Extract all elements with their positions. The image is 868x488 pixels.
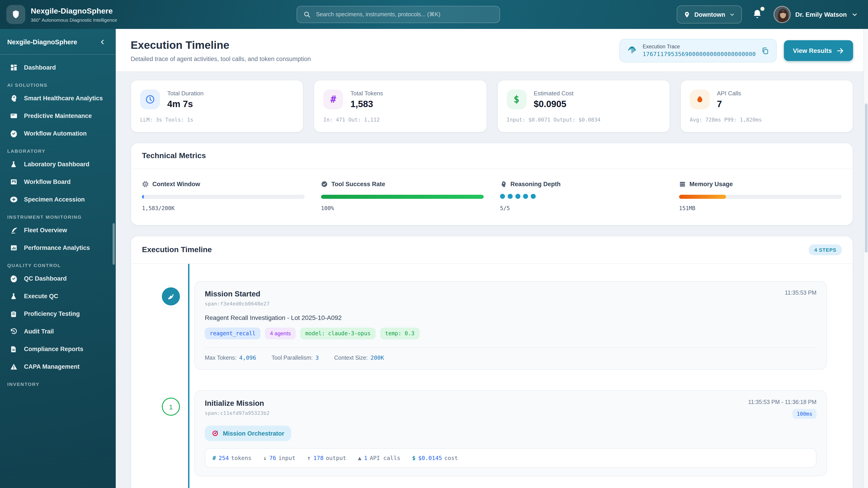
- sidebar-item-label: Audit Trail: [24, 328, 54, 335]
- metric-value: 5/5: [500, 205, 663, 212]
- target-icon: [212, 430, 219, 437]
- location-selector[interactable]: Downtown: [677, 5, 742, 24]
- technical-metrics-title: Technical Metrics: [142, 151, 206, 160]
- step-stats-card: #254tokens ↓76input ↑178output ▲1API cal…: [205, 448, 816, 468]
- sidebar-item-performance-analytics[interactable]: Performance Analytics: [4, 239, 111, 256]
- view-results-label: View Results: [793, 47, 832, 54]
- sidebar-item-label: Workflow Board: [24, 178, 71, 185]
- trace-id: 17671179535690000000000000000000: [643, 51, 756, 57]
- sidebar-item-dashboard[interactable]: Dashboard: [4, 59, 111, 76]
- sidebar-section-ai-solutions: AI SOLUTIONS: [7, 82, 108, 88]
- metric-label: Memory Usage: [689, 181, 733, 188]
- config-tool-parallelism: Tool Parallelism:3: [272, 354, 319, 361]
- page-scrollbar[interactable]: [864, 29, 868, 488]
- activity-icon: ▲: [358, 455, 362, 461]
- agent-pill-mission-orchestrator[interactable]: Mission Orchestrator: [205, 426, 291, 441]
- sidebar-item-label: CAPA Management: [24, 363, 80, 370]
- clipboard-icon: [9, 309, 18, 318]
- server-icon: [679, 181, 686, 188]
- duration-badge: 100ms: [793, 409, 816, 419]
- tag-temperature: temp: 0.3: [380, 328, 419, 339]
- reasoning-depth-dots: [500, 194, 663, 199]
- location-label: Downtown: [694, 11, 725, 18]
- chevron-down-icon: [729, 11, 735, 18]
- avatar: [774, 6, 791, 23]
- sidebar-item-capa-management[interactable]: CAPA Management: [4, 358, 111, 375]
- sidebar-collapse-button[interactable]: [97, 36, 108, 48]
- copy-trace-button[interactable]: [761, 47, 769, 55]
- sidebar-item-audit-trail[interactable]: Audit Trail: [4, 323, 111, 340]
- sidebar-item-compliance-reports[interactable]: Compliance Reports: [4, 341, 111, 357]
- agent-name: Mission Orchestrator: [223, 430, 284, 437]
- main-content: Execution Timeline Detailed trace of age…: [116, 29, 868, 488]
- fingerprint-icon: [627, 46, 637, 56]
- tag-model: model: claude-3-opus: [300, 328, 375, 339]
- sidebar-item-execute-qc[interactable]: Execute QC: [4, 288, 111, 304]
- page-scrollbar-thumb[interactable]: [865, 103, 867, 253]
- brand: Nexgile-DiagnoSphere 360° Autonomous Dia…: [0, 5, 213, 24]
- mission-tags: reagent_recall 4 agents model: claude-3-…: [205, 328, 816, 339]
- flask-icon: [9, 292, 18, 301]
- stat-detail: Input: $0.0071 Output: $0.0834: [506, 117, 660, 123]
- sidebar-section-instrument-monitoring: INSTRUMENT MONITORING: [7, 214, 108, 220]
- sidebar-item-proficiency-testing[interactable]: Proficiency Testing: [4, 305, 111, 322]
- timeline-title: Execution Timeline: [142, 246, 212, 254]
- timeline-step-mission-started: Mission Started span:f3e4ed0cb0648e27 11…: [194, 281, 827, 369]
- app-subtitle: 360° Autonomous Diagnostic Intelligence: [31, 17, 117, 22]
- head-bulb-icon: [500, 181, 507, 188]
- step-span-id: span:c11efd97a95323b2: [205, 410, 270, 416]
- sidebar-item-laboratory-dashboard[interactable]: Laboratory Dashboard: [4, 156, 111, 173]
- stat-label: API Calls: [717, 90, 741, 96]
- stat-detail: Avg: 728ms P99: 1,820ms: [690, 117, 844, 123]
- execution-timeline-card: Execution Timeline 4 STEPS Mission Start…: [131, 236, 853, 488]
- sidebar-item-smart-healthcare-analytics[interactable]: Smart Healthcare Analytics: [4, 90, 111, 107]
- sidebar-section-laboratory: LABORATORY: [7, 148, 108, 154]
- sidebar-item-fleet-overview[interactable]: Fleet Overview: [4, 222, 111, 238]
- sidebar-item-predictive-maintenance[interactable]: Predictive Maintenance: [4, 107, 111, 124]
- cpu-icon: [142, 181, 149, 188]
- config-max-tokens: Max Tokens:4,096: [205, 354, 256, 361]
- badge-check-icon: [9, 274, 18, 283]
- stat-value: $0.0905: [534, 99, 574, 109]
- app-logo: [6, 5, 25, 24]
- notification-dot: [761, 7, 765, 11]
- step-time-range: 11:35:53 PM - 11:36:18 PM 100ms: [748, 399, 816, 419]
- notifications-button[interactable]: [752, 8, 764, 20]
- stat-card-api-calls: API Calls 7 Avg: 728ms P99: 1,820ms: [680, 80, 853, 132]
- sidebar-item-qc-dashboard[interactable]: QC Dashboard: [4, 270, 111, 287]
- search-input[interactable]: [315, 11, 493, 18]
- sidebar-section-inventory: INVENTORY: [7, 381, 108, 387]
- metric-memory-usage: Memory Usage 151MB: [679, 181, 842, 212]
- flask-icon: [9, 160, 18, 169]
- user-menu[interactable]: Dr. Emily Watson: [774, 6, 858, 23]
- sidebar-item-label: Smart Healthcare Analytics: [24, 95, 103, 102]
- activity-blob-icon: [690, 90, 710, 109]
- sidebar-scrollbar-thumb[interactable]: [113, 223, 115, 265]
- view-results-button[interactable]: View Results: [784, 40, 853, 61]
- dollar-icon: $: [506, 90, 526, 109]
- check-circle-icon: [321, 181, 328, 188]
- sidebar-item-workflow-board[interactable]: Workflow Board: [4, 173, 111, 190]
- context-window-bar: [142, 195, 305, 199]
- header-actions: Downtown Dr. Emily Watson: [677, 5, 868, 24]
- sidebar-item-specimen-accession[interactable]: Specimen Accession: [4, 191, 111, 208]
- trace-label: Execution Trace: [643, 44, 756, 49]
- arrow-up-icon: ↑: [307, 455, 311, 461]
- sidebar-nav: Dashboard AI SOLUTIONS Smart Healthcare …: [0, 55, 116, 387]
- metric-reasoning-depth: Reasoning Depth 5/5: [500, 181, 663, 212]
- global-search[interactable]: [297, 6, 500, 23]
- mission-description: Reagent Recall Investigation - Lot 2025-…: [205, 314, 816, 321]
- tag-agents: 4 agents: [265, 328, 296, 339]
- sidebar-item-label: QC Dashboard: [24, 275, 67, 282]
- copy-icon: [761, 47, 769, 55]
- stat-label: Total Tokens: [350, 90, 383, 96]
- sidebar-item-label: Fleet Overview: [24, 227, 67, 234]
- dashboard-grid-icon: [9, 63, 18, 72]
- sidebar-item-workflow-automation[interactable]: Workflow Automation: [4, 125, 111, 142]
- metric-value: 1,583/200K: [142, 205, 305, 212]
- stat-value: 1,583: [350, 99, 383, 109]
- sidebar: Nexgile-DiagnoSphere Dashboard AI SOLUTI…: [0, 29, 116, 488]
- stat-card-total-duration: Total Duration 4m 7s LLM: 3s Tools: 1s: [131, 80, 304, 132]
- sidebar-item-label: Laboratory Dashboard: [24, 161, 90, 168]
- tool-success-bar: [321, 195, 484, 199]
